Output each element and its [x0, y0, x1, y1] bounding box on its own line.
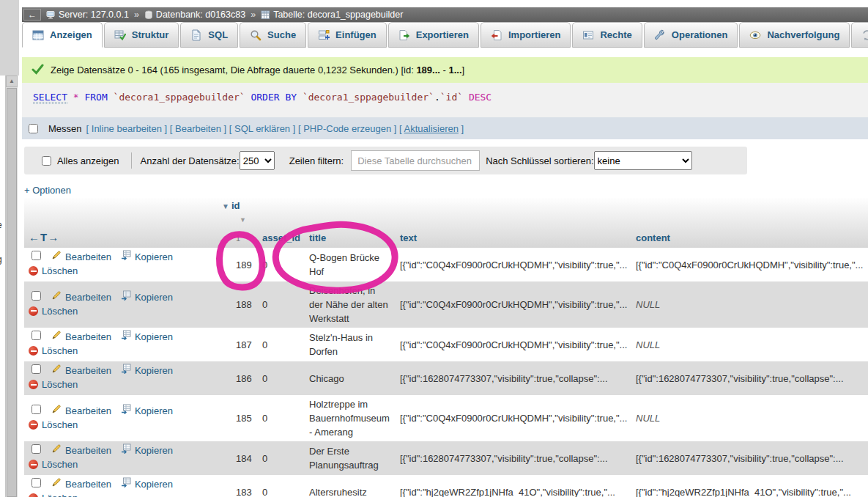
- query-link-aktualisieren[interactable]: [ Aktualisieren ]: [399, 123, 464, 134]
- edit-row-link[interactable]: Bearbeiten: [65, 250, 111, 264]
- cell-id: 184: [231, 441, 258, 475]
- edit-row-link[interactable]: Bearbeiten: [65, 330, 111, 344]
- cell-text: [{"id":"C0Q4xF0900r0CrUkHQDMH","visibili…: [396, 328, 631, 361]
- column-header-title[interactable]: title: [305, 198, 396, 248]
- tab-suche[interactable]: Suche: [240, 22, 306, 48]
- delete-row-link[interactable]: Löschen: [42, 264, 78, 278]
- cell-id: 187: [231, 328, 258, 361]
- profiling-checkbox[interactable]: [29, 124, 38, 133]
- cell-title: Altersruhesitz: [305, 475, 396, 497]
- column-header-text[interactable]: text: [396, 198, 631, 248]
- cell-asset-id: 0: [258, 441, 305, 475]
- filter-input[interactable]: [351, 150, 480, 171]
- edit-row-link[interactable]: Bearbeiten: [65, 404, 111, 418]
- tab-importieren[interactable]: Importieren: [481, 22, 571, 48]
- pencil-icon: [51, 250, 62, 264]
- copy-row-link[interactable]: Kopieren: [135, 443, 173, 457]
- edit-row-link-group: Bearbeiten: [51, 330, 111, 344]
- table-icon: [261, 10, 270, 20]
- scrollbar-thumb[interactable]: [7, 88, 17, 497]
- delete-row-link[interactable]: Löschen: [42, 418, 78, 432]
- num-rows-select[interactable]: 250: [240, 151, 275, 170]
- sql-token: [297, 92, 303, 103]
- sort-key-select[interactable]: keine: [594, 151, 692, 170]
- tab-nachverfolgung[interactable]: Nachverfolgung: [739, 22, 850, 48]
- row-checkbox[interactable]: [31, 405, 41, 414]
- show-all-checkbox[interactable]: [42, 156, 51, 166]
- cell-content: NULL: [631, 328, 868, 361]
- delete-icon: [29, 306, 38, 316]
- cell-title: Der Erste Planungsauftrag: [305, 441, 396, 475]
- sql-token[interactable]: SELECT: [33, 92, 67, 103]
- pencil-icon: [51, 330, 62, 344]
- vertical-scrollbar[interactable]: ▲: [5, 76, 18, 497]
- tab-exportieren[interactable]: Exportieren: [388, 22, 479, 48]
- cell-text: [{"id":"C0Q4xF0900r0CrUkHQDMH","visibili…: [396, 395, 631, 441]
- query-link-inline-bearbeiten[interactable]: [ Inline bearbeiten ]: [86, 123, 168, 134]
- row-checkbox[interactable]: [31, 251, 41, 260]
- row-actions-cell: BearbeitenKopierenLöschen: [24, 281, 231, 328]
- query-link-bearbeiten[interactable]: [ Bearbeiten ]: [170, 123, 226, 134]
- copy-row-link[interactable]: Kopieren: [135, 250, 173, 264]
- structure-icon: [114, 29, 126, 41]
- num-rows-label: Anzahl der Datensätze:: [141, 155, 240, 166]
- delete-row-link[interactable]: Löschen: [42, 378, 78, 391]
- row-checkbox[interactable]: [31, 478, 41, 487]
- column-header-actions[interactable]: ←T→: [24, 198, 231, 248]
- delete-icon: [29, 380, 38, 389]
- tab-rechte[interactable]: Rechte: [572, 22, 642, 48]
- copy-row-link[interactable]: Kopieren: [135, 404, 173, 418]
- column-header-id[interactable]: ▼id ▼ 1: [231, 198, 258, 248]
- trigger-icon: [861, 29, 868, 41]
- row-actions-cell: BearbeitenKopierenLöschen: [24, 441, 231, 475]
- nav-panel-text-fragment: g: [0, 254, 2, 265]
- breadcrumb: ← Server: 127.0.0.1 » Datenbank: d0163c8…: [22, 7, 868, 22]
- query-links-strip: Messen [ Inline bearbeiten ] [ Bearbeite…: [22, 117, 868, 139]
- copy-row-link[interactable]: Kopieren: [135, 364, 173, 378]
- column-header-content[interactable]: content: [631, 198, 868, 248]
- breadcrumb-table[interactable]: Tabelle: decora1_sppagebuilder: [261, 10, 403, 20]
- tab-struktur[interactable]: Struktur: [104, 22, 179, 48]
- row-checkbox[interactable]: [31, 331, 41, 340]
- delete-row-link[interactable]: Löschen: [42, 457, 78, 471]
- edit-row-link[interactable]: Bearbeiten: [65, 477, 111, 491]
- row-actions-cell: BearbeitenKopierenLöschen: [24, 361, 231, 395]
- row-checkbox[interactable]: [31, 444, 41, 454]
- tab-einfügen[interactable]: Einfügen: [308, 22, 387, 48]
- query-link-sql-erkl-ren[interactable]: [ SQL erklären ]: [229, 123, 296, 134]
- cell-text: [{"id":"hj2qeWR2Zfp1jNHfa_41O","visibili…: [396, 475, 631, 497]
- delete-row-link[interactable]: Löschen: [42, 491, 78, 497]
- row-actions-cell: BearbeitenKopierenLöschen: [24, 248, 231, 281]
- sql-token: DESC: [469, 92, 492, 103]
- breadcrumb-server[interactable]: Server: 127.0.0.1: [46, 10, 129, 20]
- back-button[interactable]: ←: [23, 9, 41, 21]
- breadcrumb-database[interactable]: Datenbank: d0163c83: [144, 10, 245, 20]
- delete-row-link[interactable]: Löschen: [42, 344, 78, 358]
- copy-row-link[interactable]: Kopieren: [135, 330, 173, 344]
- cell-id: 189: [231, 248, 258, 281]
- tab-anzeigen[interactable]: Anzeigen: [22, 22, 103, 48]
- table-row: BearbeitenKopierenLöschen1830Altersruhes…: [24, 475, 868, 497]
- scroll-up-button[interactable]: ▲: [6, 76, 18, 87]
- tab-sql[interactable]: SQL: [180, 22, 238, 48]
- copy-row-link-group: Kopieren: [121, 364, 173, 378]
- nav-panel-text-fragment: e: [0, 220, 2, 230]
- tab-operationen[interactable]: Operationen: [644, 22, 738, 48]
- copy-row-link[interactable]: Kopieren: [135, 290, 173, 304]
- cell-content: [{"id":"hj2qeWR2Zfp1jNHfa_41O","visibili…: [631, 475, 868, 497]
- copy-row-link[interactable]: Kopieren: [135, 477, 173, 491]
- query-link-php-code-erzeugen[interactable]: [ PHP-Code erzeugen ]: [298, 123, 396, 134]
- delete-row-link[interactable]: Löschen: [42, 304, 78, 318]
- edit-row-link[interactable]: Bearbeiten: [65, 443, 111, 457]
- table-header-row: ←T→ ▼id ▼ 1 asset_id title text content: [24, 198, 868, 248]
- row-checkbox[interactable]: [31, 364, 41, 374]
- tab-trigger[interactable]: Trigger: [851, 22, 868, 48]
- table-row: BearbeitenKopierenLöschen1840Der Erste P…: [24, 441, 868, 475]
- edit-row-link[interactable]: Bearbeiten: [65, 290, 111, 304]
- sql-token: `decora1_sppagebuilder`: [114, 92, 245, 103]
- options-toggle[interactable]: + Optionen: [24, 185, 71, 196]
- column-header-asset-id[interactable]: asset_id: [258, 198, 305, 248]
- row-checkbox[interactable]: [31, 291, 41, 301]
- edit-row-link-group: Bearbeiten: [51, 364, 111, 378]
- edit-row-link[interactable]: Bearbeiten: [65, 364, 111, 378]
